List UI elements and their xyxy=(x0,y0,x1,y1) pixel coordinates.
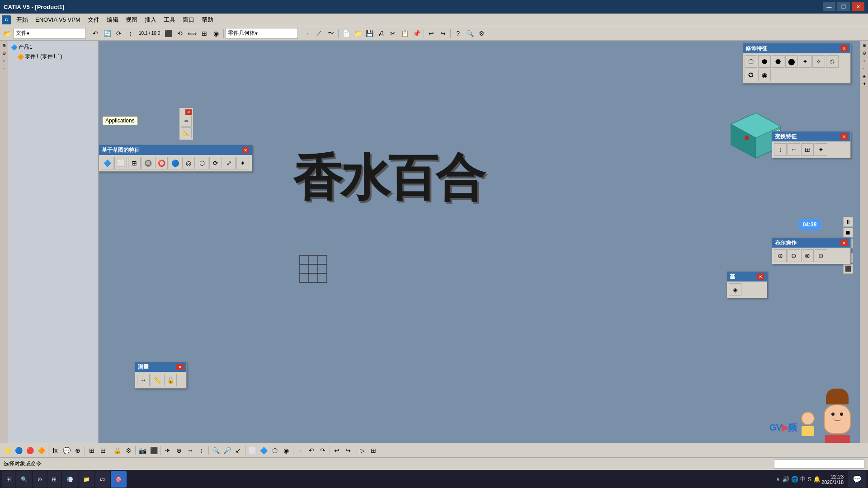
task-icon-4[interactable]: 💨 xyxy=(62,471,78,488)
systray-network[interactable]: 🌐 xyxy=(791,476,798,483)
decor-icon-8[interactable]: ◉ xyxy=(758,69,771,81)
base-icon-0[interactable]: ◈ xyxy=(729,283,741,296)
cut-btn[interactable]: ✂ xyxy=(387,28,398,39)
decor-icon-7[interactable]: ✪ xyxy=(745,69,757,81)
decor-close-btn[interactable]: ✕ xyxy=(840,45,848,52)
menu-window[interactable]: 窗口 xyxy=(179,15,198,25)
bt-icon-19[interactable]: ↙ xyxy=(233,445,244,456)
move-btn[interactable]: ↕ xyxy=(125,28,136,39)
transform-close-btn[interactable]: ✕ xyxy=(840,133,848,140)
bt-icon-20[interactable]: ⬜ xyxy=(247,445,258,456)
bt-icon-8[interactable]: ⊟ xyxy=(98,445,108,456)
edit-close-btn[interactable]: ✕ xyxy=(185,109,192,115)
menu-view[interactable]: 视图 xyxy=(122,15,141,25)
decor-icon-0[interactable]: ⬡ xyxy=(745,55,757,68)
menu-tools[interactable]: 工具 xyxy=(160,15,179,25)
bt-icon-26[interactable]: ↷ xyxy=(317,445,328,456)
bt-icon-28[interactable]: ↪ xyxy=(343,445,354,456)
bool-close-btn[interactable]: ✕ xyxy=(840,239,848,246)
task-icon-2[interactable]: ⊙ xyxy=(33,471,47,488)
select-btn[interactable]: ⬛ xyxy=(163,28,174,39)
bt-icon-30[interactable]: ⊞ xyxy=(368,445,379,456)
decor-icon-4[interactable]: ✦ xyxy=(799,55,811,68)
decor-icon-2[interactable]: ⬣ xyxy=(772,55,784,68)
bt-icon-23[interactable]: ◉ xyxy=(281,445,292,456)
open-file-btn[interactable]: 📁 xyxy=(352,28,363,39)
point-btn[interactable]: · xyxy=(302,28,313,39)
notification-btn[interactable]: 💬 xyxy=(848,471,866,488)
catia-task-btn[interactable]: 🎯 xyxy=(111,471,127,488)
transform-icon-1[interactable]: ↔ xyxy=(788,143,800,156)
bt-icon-14[interactable]: ⊕ xyxy=(174,445,184,456)
refresh-btn[interactable]: 🔄 xyxy=(102,28,113,39)
sketch-icon-2[interactable]: ⊞ xyxy=(128,157,141,169)
bt-icon-0[interactable]: ⭐ xyxy=(2,445,13,456)
task-icon-3[interactable]: ⊞ xyxy=(47,471,61,488)
close-btn[interactable]: ✕ xyxy=(852,2,864,11)
new-file-btn[interactable]: 📄 xyxy=(340,28,351,39)
search-task-btn[interactable]: 🔍 xyxy=(16,471,32,488)
sb-icon-3[interactable]: ↕ xyxy=(0,57,8,64)
measure-icon-0[interactable]: ↔ xyxy=(137,374,150,386)
decor-icon-1[interactable]: ⬢ xyxy=(758,55,771,68)
sb-icon-2[interactable]: ⊖ xyxy=(0,49,8,56)
sketch-icon-4[interactable]: ⭕ xyxy=(155,157,168,169)
bt-icon-29[interactable]: ▷ xyxy=(357,445,368,456)
mirror-btn[interactable]: ⟺ xyxy=(186,28,198,39)
sketch-icon-7[interactable]: ⬡ xyxy=(196,157,208,169)
decor-icon-6[interactable]: ✩ xyxy=(826,55,839,68)
menu-insert[interactable]: 插入 xyxy=(141,15,160,25)
undo2-btn[interactable]: ↩ xyxy=(426,28,437,39)
curve-btn[interactable]: 〜 xyxy=(326,28,336,39)
transform-icon-3[interactable]: ✦ xyxy=(815,143,827,156)
file-dropdown[interactable]: 文件 ▾ xyxy=(14,28,86,39)
canvas-area[interactable]: Applications ✕ ✏ 📐 基于草图的特征 ✕ 🔷 ⬜ ⊞ 🔘 ⭕ 🔵 xyxy=(99,41,860,443)
bt-icon-27[interactable]: ↩ xyxy=(331,445,342,456)
status-input[interactable] xyxy=(774,460,864,469)
bt-icon-25[interactable]: ↶ xyxy=(306,445,317,456)
bt-icon-2[interactable]: 🔴 xyxy=(24,445,35,456)
decor-icon-5[interactable]: ✧ xyxy=(812,55,825,68)
bt-icon-24[interactable]: · xyxy=(295,445,306,456)
bt-icon-13[interactable]: ✈ xyxy=(162,445,173,456)
bt-icon-10[interactable]: ⚙ xyxy=(123,445,134,456)
open-btn[interactable]: 📂 xyxy=(2,28,13,39)
sketch-icon-8[interactable]: ⟳ xyxy=(209,157,222,169)
task-icon-6[interactable]: 🗂 xyxy=(95,471,110,488)
save-btn[interactable]: 💾 xyxy=(364,28,375,39)
sphere-btn[interactable]: ◉ xyxy=(211,28,222,39)
bt-icon-6[interactable]: ⊕ xyxy=(72,445,83,456)
help-btn[interactable]: ? xyxy=(453,28,463,39)
sketch-close-btn[interactable]: ✕ xyxy=(242,147,249,153)
start-btn[interactable]: ⊞ xyxy=(2,471,15,488)
sb-right-icon-4[interactable]: ↔ xyxy=(861,65,868,72)
sb-right-icon-5[interactable]: ◈ xyxy=(861,72,868,80)
right-icon-4[interactable]: ⬛ xyxy=(843,264,853,274)
bt-icon-17[interactable]: 🔍 xyxy=(210,445,221,456)
bt-icon-5[interactable]: 💬 xyxy=(61,445,72,456)
right-icon-0[interactable]: ⏸ xyxy=(843,217,853,227)
bt-icon-22[interactable]: ⬡ xyxy=(269,445,280,456)
sb-icon-1[interactable]: ⊕ xyxy=(0,42,8,49)
print-btn[interactable]: 🖨 xyxy=(376,28,387,39)
sb-right-icon-3[interactable]: ↕ xyxy=(861,57,868,64)
sketch-icon-9[interactable]: ⤢ xyxy=(223,157,236,169)
right-icon-1[interactable]: ⏹ xyxy=(843,228,853,238)
minimize-btn[interactable]: — xyxy=(823,2,835,11)
sketch-icon-10[interactable]: ✦ xyxy=(236,157,249,169)
bool-icon-1[interactable]: ⊖ xyxy=(788,249,800,262)
systray-arrow[interactable]: ∧ xyxy=(776,476,780,483)
bool-icon-2[interactable]: ⊗ xyxy=(801,249,814,262)
sketch-icon-5[interactable]: 🔵 xyxy=(169,157,181,169)
bt-icon-4[interactable]: fx xyxy=(50,445,61,456)
systray-lang[interactable]: 中 xyxy=(800,475,806,483)
task-icon-5[interactable]: 📁 xyxy=(79,471,94,488)
sb-right-icon-6[interactable]: ✦ xyxy=(861,80,868,87)
bool-icon-0[interactable]: ⊕ xyxy=(774,249,787,262)
menu-help[interactable]: 帮助 xyxy=(198,15,217,25)
search-btn[interactable]: 🔍 xyxy=(464,28,475,39)
sb-right-icon-1[interactable]: ⊕ xyxy=(861,42,868,49)
undo-btn[interactable]: ↶ xyxy=(90,28,101,39)
bt-icon-16[interactable]: ↕ xyxy=(196,445,207,456)
grid-btn[interactable]: ⊞ xyxy=(199,28,210,39)
